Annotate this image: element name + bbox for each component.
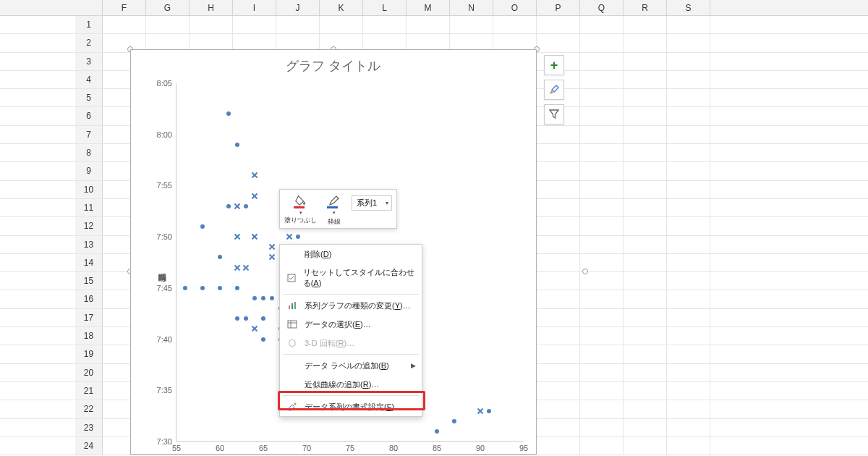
cell[interactable]: [580, 437, 624, 455]
column-header[interactable]: H: [190, 0, 233, 15]
cell[interactable]: [537, 290, 580, 308]
row-header[interactable]: 10: [75, 181, 103, 198]
ctx-add-data-labels[interactable]: データ ラベルの追加(B) ▶: [280, 356, 422, 375]
cell[interactable]: [580, 382, 624, 400]
cell[interactable]: [624, 181, 667, 198]
cell[interactable]: [537, 181, 580, 198]
cell[interactable]: [537, 364, 580, 381]
data-point[interactable]: [235, 286, 239, 290]
row-header[interactable]: 2: [75, 34, 103, 51]
column-header[interactable]: R: [624, 0, 667, 15]
cell[interactable]: [624, 16, 667, 33]
cell[interactable]: [580, 89, 624, 106]
cell[interactable]: [667, 236, 710, 253]
cell[interactable]: [580, 364, 624, 381]
cell[interactable]: [667, 16, 710, 33]
cell[interactable]: [537, 16, 580, 33]
cell[interactable]: [624, 144, 667, 161]
row-header[interactable]: 12: [75, 217, 103, 235]
cell[interactable]: [667, 107, 710, 124]
column-header[interactable]: P: [537, 0, 580, 15]
chart-title[interactable]: グラフ タイトル: [131, 50, 536, 77]
cell[interactable]: [624, 217, 667, 235]
data-point[interactable]: [252, 326, 257, 331]
cell[interactable]: [580, 309, 624, 326]
row-header[interactable]: 4: [75, 71, 103, 88]
data-point[interactable]: [226, 111, 231, 116]
cell[interactable]: [537, 327, 580, 345]
data-point[interactable]: [296, 235, 300, 239]
row-header[interactable]: 1: [75, 16, 103, 33]
cell[interactable]: [580, 162, 624, 180]
cell[interactable]: [580, 217, 624, 235]
cell[interactable]: [624, 162, 667, 180]
cell[interactable]: [624, 254, 667, 271]
cell[interactable]: [537, 34, 580, 51]
ctx-change-chart-type[interactable]: 系列グラフの種類の変更(Y)…: [280, 296, 422, 315]
data-point[interactable]: [244, 316, 248, 321]
ctx-reset-style[interactable]: リセットしてスタイルに合わせる(A): [280, 263, 422, 292]
cell[interactable]: [624, 236, 667, 253]
cell[interactable]: [537, 309, 580, 326]
cell[interactable]: [320, 16, 363, 33]
series-selector[interactable]: 系列1 ▾: [352, 195, 392, 211]
row-header[interactable]: 7: [75, 126, 103, 143]
cell[interactable]: [624, 34, 667, 51]
chart-filter-button[interactable]: [544, 104, 564, 124]
data-point[interactable]: [478, 409, 482, 413]
row-header[interactable]: 8: [75, 144, 103, 161]
column-header[interactable]: Q: [580, 0, 624, 15]
row-header[interactable]: 15: [75, 272, 103, 290]
column-header[interactable]: L: [363, 0, 407, 15]
cell[interactable]: [537, 400, 580, 418]
data-point[interactable]: [252, 173, 257, 177]
cell[interactable]: [580, 126, 624, 143]
column-header[interactable]: J: [276, 0, 320, 15]
data-point[interactable]: [235, 316, 239, 321]
row-header[interactable]: 11: [75, 199, 103, 216]
cell[interactable]: [667, 400, 710, 418]
cell[interactable]: [537, 126, 580, 143]
cell[interactable]: [580, 400, 624, 418]
data-point[interactable]: [261, 316, 265, 321]
cell[interactable]: [580, 345, 624, 363]
data-point[interactable]: [261, 296, 265, 300]
column-header[interactable]: N: [450, 0, 493, 15]
data-point[interactable]: [235, 204, 239, 208]
cell[interactable]: [537, 272, 580, 290]
data-point[interactable]: [218, 286, 222, 290]
cell[interactable]: [667, 327, 710, 345]
cell[interactable]: [580, 419, 624, 436]
data-point[interactable]: [183, 286, 187, 290]
column-header[interactable]: S: [667, 0, 710, 15]
data-point[interactable]: [244, 204, 248, 208]
cell[interactable]: [667, 382, 710, 400]
data-point[interactable]: [261, 337, 265, 342]
cell[interactable]: [233, 16, 276, 33]
row-header[interactable]: 20: [75, 364, 103, 381]
row-header[interactable]: 3: [75, 53, 103, 70]
cell[interactable]: [667, 126, 710, 143]
cell[interactable]: [537, 419, 580, 436]
cell[interactable]: [624, 382, 667, 400]
data-point[interactable]: [435, 429, 439, 434]
cell[interactable]: [624, 345, 667, 363]
cell[interactable]: [667, 272, 710, 290]
ctx-delete[interactable]: 削除(D): [280, 245, 422, 263]
ctx-add-trendline[interactable]: 近似曲線の追加(R)…: [280, 375, 422, 394]
cell[interactable]: [624, 437, 667, 455]
row-header[interactable]: 21: [75, 382, 103, 400]
chart-styles-button[interactable]: [544, 80, 564, 100]
ctx-format-data-series[interactable]: データ系列の書式設定(F)…: [280, 397, 422, 416]
cell[interactable]: [580, 53, 624, 70]
data-point[interactable]: [200, 224, 205, 229]
cell[interactable]: [624, 364, 667, 381]
row-header[interactable]: 5: [75, 89, 103, 106]
data-point[interactable]: [487, 409, 491, 413]
cell[interactable]: [624, 126, 667, 143]
cell[interactable]: [667, 71, 710, 88]
cell[interactable]: [667, 34, 710, 51]
cell[interactable]: [667, 217, 710, 235]
cell[interactable]: [667, 89, 710, 106]
cell[interactable]: [624, 309, 667, 326]
